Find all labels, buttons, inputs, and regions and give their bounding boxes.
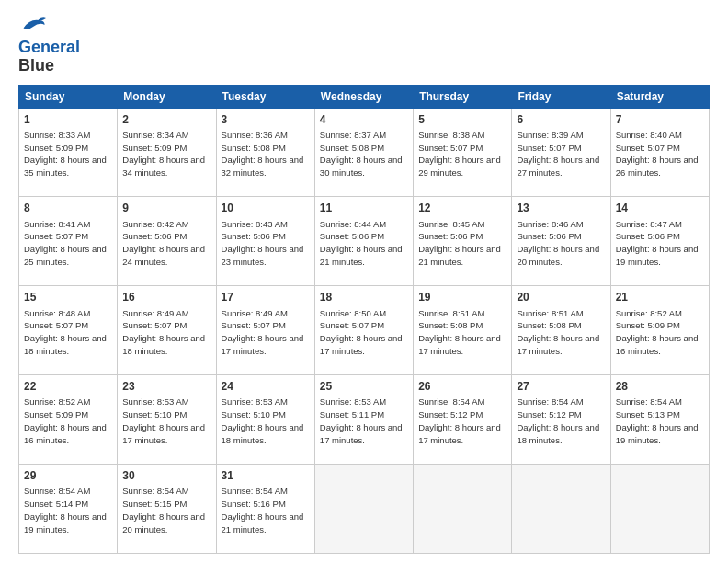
calendar-cell: 15 Sunrise: 8:48 AMSunset: 5:07 PMDaylig… [19, 286, 118, 375]
calendar-cell: 12 Sunrise: 8:45 AMSunset: 5:06 PMDaylig… [414, 197, 512, 286]
calendar-cell: 14 Sunrise: 8:47 AMSunset: 5:06 PMDaylig… [610, 197, 709, 286]
calendar-cell: 5 Sunrise: 8:38 AMSunset: 5:07 PMDayligh… [414, 108, 512, 197]
day-info: Sunrise: 8:37 AMSunset: 5:08 PMDaylight:… [320, 130, 403, 178]
day-number: 10 [222, 201, 310, 215]
day-info: Sunrise: 8:48 AMSunset: 5:07 PMDaylight:… [24, 308, 107, 356]
calendar-cell: 23 Sunrise: 8:53 AMSunset: 5:10 PMDaylig… [118, 375, 216, 465]
day-info: Sunrise: 8:33 AMSunset: 5:09 PMDaylight:… [24, 130, 107, 178]
day-info: Sunrise: 8:54 AMSunset: 5:15 PMDaylight:… [122, 486, 205, 534]
day-number: 7 [616, 112, 704, 127]
day-number: 2 [122, 112, 210, 127]
day-number: 8 [24, 201, 112, 215]
weekday-header-wednesday: Wednesday [314, 85, 413, 108]
day-info: Sunrise: 8:51 AMSunset: 5:08 PMDaylight:… [418, 308, 501, 356]
day-number: 6 [517, 112, 605, 127]
calendar-cell [314, 465, 413, 554]
calendar-cell [512, 465, 610, 554]
day-number: 11 [320, 201, 408, 215]
day-info: Sunrise: 8:49 AMSunset: 5:07 PMDaylight:… [222, 308, 304, 356]
calendar-cell: 11 Sunrise: 8:44 AMSunset: 5:06 PMDaylig… [314, 197, 413, 286]
day-info: Sunrise: 8:50 AMSunset: 5:07 PMDaylight:… [320, 308, 403, 356]
day-number: 25 [320, 379, 408, 394]
calendar-week-row: 1 Sunrise: 8:33 AMSunset: 5:09 PMDayligh… [19, 108, 710, 197]
calendar-cell: 2 Sunrise: 8:34 AMSunset: 5:09 PMDayligh… [118, 108, 216, 197]
calendar-week-row: 29 Sunrise: 8:54 AMSunset: 5:14 PMDaylig… [19, 465, 710, 554]
day-info: Sunrise: 8:38 AMSunset: 5:07 PMDaylight:… [418, 130, 501, 178]
day-number: 22 [24, 379, 112, 394]
logo-bird-icon [20, 15, 46, 35]
day-info: Sunrise: 8:47 AMSunset: 5:06 PMDaylight:… [616, 219, 699, 267]
day-number: 31 [222, 468, 310, 483]
header: GeneralBlue [18, 15, 710, 75]
day-info: Sunrise: 8:54 AMSunset: 5:14 PMDaylight:… [24, 486, 107, 534]
weekday-header-thursday: Thursday [414, 85, 512, 108]
day-info: Sunrise: 8:53 AMSunset: 5:10 PMDaylight:… [122, 396, 205, 444]
calendar-cell: 26 Sunrise: 8:54 AMSunset: 5:12 PMDaylig… [414, 375, 512, 465]
day-info: Sunrise: 8:52 AMSunset: 5:09 PMDaylight:… [616, 308, 699, 356]
day-number: 30 [122, 468, 210, 483]
day-number: 21 [616, 290, 704, 304]
weekday-header-sunday: Sunday [19, 85, 118, 108]
day-info: Sunrise: 8:53 AMSunset: 5:11 PMDaylight:… [320, 396, 403, 444]
day-number: 12 [418, 201, 506, 215]
calendar-cell: 18 Sunrise: 8:50 AMSunset: 5:07 PMDaylig… [314, 286, 413, 375]
weekday-header-row: SundayMondayTuesdayWednesdayThursdayFrid… [19, 85, 710, 108]
calendar-cell: 21 Sunrise: 8:52 AMSunset: 5:09 PMDaylig… [610, 286, 709, 375]
day-info: Sunrise: 8:41 AMSunset: 5:07 PMDaylight:… [24, 219, 107, 267]
day-number: 16 [122, 290, 210, 304]
calendar-cell: 7 Sunrise: 8:40 AMSunset: 5:07 PMDayligh… [610, 108, 709, 197]
calendar-cell: 27 Sunrise: 8:54 AMSunset: 5:12 PMDaylig… [512, 375, 610, 465]
day-number: 9 [122, 201, 210, 215]
day-info: Sunrise: 8:51 AMSunset: 5:08 PMDaylight:… [517, 308, 599, 356]
day-number: 26 [418, 379, 506, 394]
calendar-cell: 13 Sunrise: 8:46 AMSunset: 5:06 PMDaylig… [512, 197, 610, 286]
day-number: 1 [24, 112, 112, 127]
day-info: Sunrise: 8:54 AMSunset: 5:12 PMDaylight:… [517, 396, 599, 444]
day-info: Sunrise: 8:44 AMSunset: 5:06 PMDaylight:… [320, 219, 403, 267]
day-info: Sunrise: 8:54 AMSunset: 5:13 PMDaylight:… [616, 396, 699, 444]
weekday-header-saturday: Saturday [610, 85, 709, 108]
day-info: Sunrise: 8:43 AMSunset: 5:06 PMDaylight:… [222, 219, 304, 267]
day-info: Sunrise: 8:40 AMSunset: 5:07 PMDaylight:… [616, 130, 699, 178]
day-number: 4 [320, 112, 408, 127]
calendar-cell: 20 Sunrise: 8:51 AMSunset: 5:08 PMDaylig… [512, 286, 610, 375]
calendar-cell: 4 Sunrise: 8:37 AMSunset: 5:08 PMDayligh… [314, 108, 413, 197]
calendar-cell: 19 Sunrise: 8:51 AMSunset: 5:08 PMDaylig… [414, 286, 512, 375]
calendar-cell: 8 Sunrise: 8:41 AMSunset: 5:07 PMDayligh… [19, 197, 118, 286]
day-info: Sunrise: 8:36 AMSunset: 5:08 PMDaylight:… [222, 130, 304, 178]
calendar-cell: 29 Sunrise: 8:54 AMSunset: 5:14 PMDaylig… [19, 465, 118, 554]
day-number: 29 [24, 468, 112, 483]
calendar-week-row: 8 Sunrise: 8:41 AMSunset: 5:07 PMDayligh… [19, 197, 710, 286]
day-info: Sunrise: 8:53 AMSunset: 5:10 PMDaylight:… [222, 396, 304, 444]
day-info: Sunrise: 8:45 AMSunset: 5:06 PMDaylight:… [418, 219, 501, 267]
calendar-cell: 22 Sunrise: 8:52 AMSunset: 5:09 PMDaylig… [19, 375, 118, 465]
day-number: 27 [517, 379, 605, 394]
calendar-table: SundayMondayTuesdayWednesdayThursdayFrid… [18, 85, 710, 554]
day-number: 17 [222, 290, 310, 304]
weekday-header-friday: Friday [512, 85, 610, 108]
day-info: Sunrise: 8:49 AMSunset: 5:07 PMDaylight:… [122, 308, 205, 356]
calendar-cell: 28 Sunrise: 8:54 AMSunset: 5:13 PMDaylig… [610, 375, 709, 465]
calendar-cell [414, 465, 512, 554]
calendar-week-row: 22 Sunrise: 8:52 AMSunset: 5:09 PMDaylig… [19, 375, 710, 465]
calendar-cell: 24 Sunrise: 8:53 AMSunset: 5:10 PMDaylig… [216, 375, 314, 465]
day-number: 5 [418, 112, 506, 127]
calendar-cell: 10 Sunrise: 8:43 AMSunset: 5:06 PMDaylig… [216, 197, 314, 286]
calendar-cell: 9 Sunrise: 8:42 AMSunset: 5:06 PMDayligh… [118, 197, 216, 286]
day-info: Sunrise: 8:54 AMSunset: 5:16 PMDaylight:… [222, 486, 304, 534]
day-number: 18 [320, 290, 408, 304]
weekday-header-tuesday: Tuesday [216, 85, 314, 108]
day-number: 15 [24, 290, 112, 304]
day-info: Sunrise: 8:54 AMSunset: 5:12 PMDaylight:… [418, 396, 501, 444]
day-number: 19 [418, 290, 506, 304]
calendar-cell: 25 Sunrise: 8:53 AMSunset: 5:11 PMDaylig… [314, 375, 413, 465]
day-info: Sunrise: 8:52 AMSunset: 5:09 PMDaylight:… [24, 396, 107, 444]
calendar-cell: 3 Sunrise: 8:36 AMSunset: 5:08 PMDayligh… [216, 108, 314, 197]
day-number: 3 [222, 112, 310, 127]
logo: GeneralBlue [18, 15, 80, 75]
day-info: Sunrise: 8:39 AMSunset: 5:07 PMDaylight:… [517, 130, 599, 178]
calendar-cell: 31 Sunrise: 8:54 AMSunset: 5:16 PMDaylig… [216, 465, 314, 554]
calendar-cell: 30 Sunrise: 8:54 AMSunset: 5:15 PMDaylig… [118, 465, 216, 554]
calendar-cell: 6 Sunrise: 8:39 AMSunset: 5:07 PMDayligh… [512, 108, 610, 197]
page: GeneralBlue SundayMondayTuesdayWednesday… [0, 0, 728, 563]
